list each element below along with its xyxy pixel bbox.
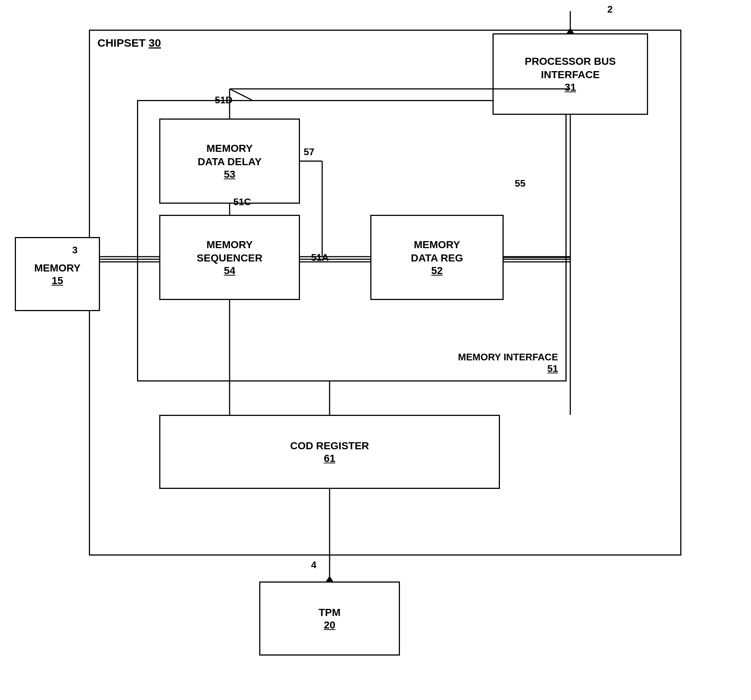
memory-box: MEMORY 15	[15, 237, 100, 311]
memory-data-reg-box: MEMORYDATA REG 52	[370, 215, 504, 300]
processor-bus-interface-box: PROCESSOR BUSINTERFACE 31	[493, 33, 648, 115]
annotation-51a: 51A	[311, 252, 329, 263]
annotation-4: 4	[311, 559, 316, 571]
annotation-57: 57	[304, 146, 314, 158]
annotation-51d: 51D	[215, 94, 233, 106]
svg-marker-20	[326, 576, 333, 581]
chipset-label: CHIPSET 30	[97, 37, 161, 49]
annotation-3: 3	[72, 244, 77, 256]
diagram: CHIPSET 30 MEMORY INTERFACE 51 PROCESSOR…	[0, 0, 751, 700]
annotation-2: 2	[607, 4, 612, 15]
memory-sequencer-box: MEMORYSEQUENCER 54	[159, 215, 300, 300]
memory-interface-label: MEMORY INTERFACE 51	[458, 351, 558, 374]
annotation-55: 55	[515, 178, 525, 189]
tpm-box: TPM 20	[259, 581, 400, 655]
annotation-51c: 51C	[233, 196, 251, 208]
memory-data-delay-box: MEMORYDATA DELAY 53	[159, 119, 300, 204]
cod-register-box: COD REGISTER 61	[159, 415, 500, 489]
